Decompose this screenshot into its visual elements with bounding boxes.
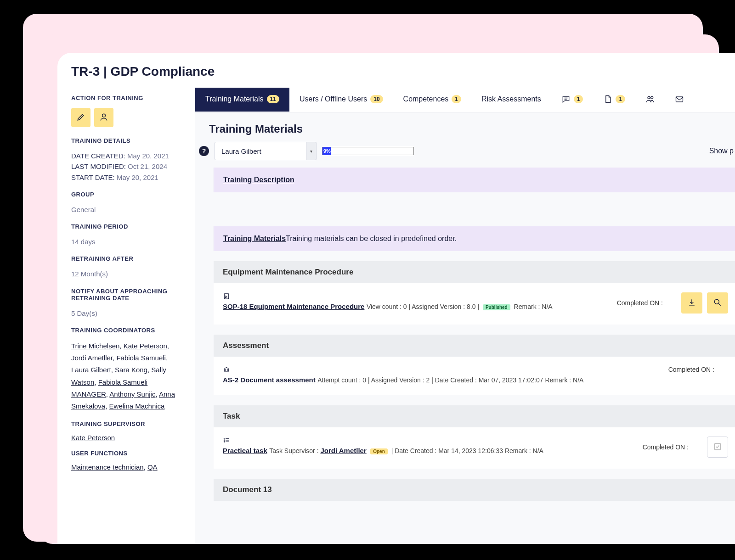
status-pill: Published: [483, 304, 510, 310]
user-function-link[interactable]: QA: [147, 463, 158, 471]
retrain-value: 12 Month(s): [71, 269, 181, 279]
tab-doc[interactable]: 1: [593, 87, 635, 112]
progress-bar: 9%: [322, 147, 414, 155]
completed-on-label: Completed ON :: [617, 299, 663, 307]
section-title: Training Materials: [195, 112, 735, 142]
tab-badge: 10: [370, 95, 383, 103]
edit-icon: [223, 292, 230, 300]
coordinator-link[interactable]: Anthony Sunjic: [109, 390, 155, 398]
date-created-label: DATE CREATED:: [71, 152, 125, 160]
retrain-label: RETRAINING AFTER: [71, 255, 181, 262]
tab-competences[interactable]: Competences1: [393, 88, 471, 112]
check-button[interactable]: [707, 437, 728, 458]
coordinator-link[interactable]: Kate Peterson: [124, 342, 167, 350]
training-item-card: SOP-18 Equipment Maintenance Procedure V…: [214, 283, 735, 325]
tab-label: Risk Assessments: [481, 95, 541, 103]
training-description-link[interactable]: Training Description: [223, 176, 294, 184]
page-title: TR-3 | GDP Compliance: [57, 53, 735, 87]
item-title-link[interactable]: Practical task: [223, 447, 267, 454]
user-select-dropdown-button[interactable]: ▾: [306, 142, 317, 160]
coordinator-link[interactable]: Trine Michelsen: [71, 342, 119, 350]
svg-line-8: [719, 303, 721, 305]
svg-rect-5: [676, 97, 683, 102]
status-pill: Open: [370, 448, 388, 454]
coordinators-list: Trine Michelsen, Kate Peterson, Jordi Am…: [71, 340, 181, 413]
download-button[interactable]: [681, 292, 702, 314]
tab-mail[interactable]: [665, 87, 694, 112]
edit-training-button[interactable]: [71, 108, 90, 127]
notify-label: NOTIFY ABOUT APPROACHING RETRAINING DATE: [71, 288, 181, 302]
svg-point-4: [651, 96, 653, 99]
user-functions-label: USER FUNCTIONS: [71, 450, 181, 457]
supervisor-link[interactable]: Jordi Ametller: [320, 447, 366, 454]
item-meta: View count : 0 | Assigned Version : 8.0 …: [367, 303, 481, 310]
doc-icon: [603, 95, 612, 104]
completed-on-label: Completed ON :: [643, 443, 689, 451]
tab-chat[interactable]: 1: [551, 87, 594, 112]
user-icon: [99, 112, 108, 123]
item-meta: | Date Created : Mar 14, 2023 12:06:33 R…: [390, 447, 543, 454]
coordinators-label: TRAINING COORDINATORS: [71, 327, 181, 334]
completed-on-label: Completed ON :: [668, 366, 714, 373]
training-materials-link[interactable]: Training Materials: [223, 235, 286, 242]
group-label: GROUP: [71, 191, 181, 198]
svg-rect-16: [714, 443, 720, 449]
supervisor-link[interactable]: Kate Peterson: [71, 434, 115, 442]
show-link[interactable]: Show p: [709, 147, 734, 155]
search-icon: [713, 298, 722, 308]
training-item-card: Practical task Task Supervisor : Jordi A…: [214, 427, 735, 469]
svg-point-11: [224, 440, 225, 441]
item-meta: Attempt count : 0 | Assigned Version : 2…: [317, 376, 583, 384]
mail-icon: [675, 95, 684, 104]
user-select-input[interactable]: [215, 142, 306, 160]
coordinator-link[interactable]: Fabiola Samueli: [116, 354, 166, 362]
period-label: TRAINING PERIOD: [71, 223, 181, 230]
coordinator-link[interactable]: Sara Kong: [115, 366, 147, 374]
tab-risk-assessments[interactable]: Risk Assessments: [471, 88, 551, 112]
category-header: Equipment Maintenance Procedure: [214, 261, 735, 283]
tab-users-offline-users[interactable]: Users / Offline Users10: [289, 88, 393, 112]
category-header: Document 13: [214, 479, 735, 501]
progress-label: 9%: [323, 147, 331, 155]
tab-badge: 11: [267, 95, 279, 103]
training-materials-note: Training materials can be closed in pred…: [286, 235, 457, 242]
user-functions-list: Maintenance technician, QA: [71, 463, 181, 471]
sidebar-details-heading: TRAINING DETAILS: [71, 137, 181, 144]
coordinator-link[interactable]: Laura Gilbert: [71, 366, 111, 374]
category-header: Task: [214, 405, 735, 427]
user-action-button[interactable]: [94, 108, 113, 127]
tab-label: Users / Offline Users: [300, 95, 367, 103]
tab-users[interactable]: [635, 87, 665, 112]
supervisor-label: Task Supervisor :: [269, 447, 320, 454]
group-value: General: [71, 204, 181, 215]
tab-label: Training Materials: [205, 95, 264, 103]
date-created-value: May 20, 2021: [127, 152, 169, 160]
item-meta: Remark : N/A: [512, 303, 553, 310]
help-icon[interactable]: ?: [199, 146, 209, 156]
tab-label: Competences: [403, 95, 449, 103]
training-item-card: AS-2 Document assessment Attempt count :…: [214, 357, 735, 395]
item-title-link[interactable]: AS-2 Document assessment: [223, 376, 316, 384]
pencil-icon: [76, 112, 85, 123]
training-materials-note-bar: Training MaterialsTraining materials can…: [214, 226, 735, 251]
tab-training-materials[interactable]: Training Materials11: [195, 88, 289, 112]
tab-badge: 1: [574, 95, 583, 103]
search-button[interactable]: [707, 292, 728, 314]
svg-point-12: [224, 441, 225, 442]
training-description-bar[interactable]: Training Description: [214, 168, 735, 192]
main-window: TR-3 | GDP Compliance ACTION FOR TRAININ…: [57, 53, 735, 544]
check-icon: [713, 442, 722, 453]
tabs-bar: Training Materials11Users / Offline User…: [195, 87, 735, 112]
last-modified-label: LAST MODIFIED:: [71, 162, 126, 170]
main-panel: Training Materials11Users / Offline User…: [195, 87, 735, 544]
coordinator-link[interactable]: Jordi Ametller: [71, 354, 113, 362]
coordinator-link[interactable]: Ewelina Machnica: [109, 402, 165, 410]
item-title-link[interactable]: SOP-18 Equipment Maintenance Procedure: [223, 302, 364, 310]
sidebar-action-heading: ACTION FOR TRAINING: [71, 95, 181, 101]
download-icon: [687, 298, 696, 308]
svg-point-0: [102, 114, 106, 117]
start-date-value: May 20, 2021: [117, 174, 158, 181]
bank-icon: [223, 366, 230, 373]
chat-icon: [561, 95, 571, 104]
user-function-link[interactable]: Maintenance technician: [71, 463, 144, 471]
